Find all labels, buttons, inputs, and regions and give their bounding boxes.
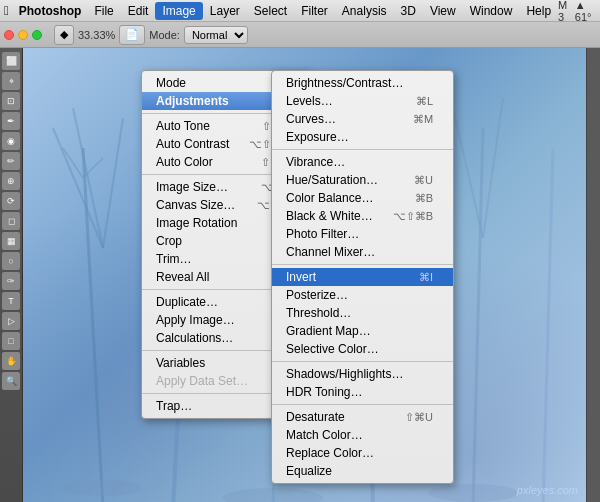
menu-invert[interactable]: Invert ⌘I	[272, 268, 453, 286]
mode-select[interactable]: Normal	[184, 26, 248, 44]
menu-replace-color[interactable]: Replace Color…	[272, 444, 453, 462]
menubar-right: M 3 ▲ 61°	[558, 0, 596, 23]
menubar-3d[interactable]: 3D	[394, 2, 423, 20]
menu-hdr-toning[interactable]: HDR Toning…	[272, 383, 453, 401]
tool-brush[interactable]: ✏	[2, 152, 20, 170]
svg-point-17	[63, 480, 143, 496]
tool-marquee[interactable]: ⬜	[2, 52, 20, 70]
menubar-window[interactable]: Window	[463, 2, 520, 20]
menubar-layer[interactable]: Layer	[203, 2, 247, 20]
angle-display: ▲ 61°	[575, 0, 596, 23]
canvas-area: pxleyes.com Mode ▶ Adjustments ▶ Auto To…	[23, 48, 586, 502]
tool-spot[interactable]: ◉	[2, 132, 20, 150]
svg-point-18	[223, 488, 323, 502]
right-panel	[586, 48, 600, 502]
svg-line-13	[473, 128, 483, 502]
left-toolbar: ⬜ ⌖ ⊡ ✒ ◉ ✏ ⊕ ⟳ ◻ ▦ ○ ✑ T ▷ □ ✋ 🔍	[0, 48, 23, 502]
menu-levels[interactable]: Levels… ⌘L	[272, 92, 453, 110]
zoom-label: 33.33%	[78, 29, 115, 41]
menu-color-balance[interactable]: Color Balance… ⌘B	[272, 189, 453, 207]
tool-crop[interactable]: ⊡	[2, 92, 20, 110]
tool-eraser[interactable]: ◻	[2, 212, 20, 230]
menubar-file[interactable]: File	[87, 2, 120, 20]
close-button[interactable]	[4, 30, 14, 40]
menu-gradient-map[interactable]: Gradient Map…	[272, 322, 453, 340]
svg-line-16	[543, 148, 553, 502]
tool-dodge[interactable]: ○	[2, 252, 20, 270]
menubar-analysis[interactable]: Analysis	[335, 2, 394, 20]
menubar-image[interactable]: Image	[155, 2, 202, 20]
adj-sep3	[272, 361, 453, 362]
menubar:  Photoshop File Edit Image Layer Select…	[0, 0, 600, 22]
toolbar-doc-btn[interactable]: 📄	[119, 25, 145, 45]
adj-sep2	[272, 264, 453, 265]
svg-line-1	[53, 128, 103, 248]
watermark: pxleyes.com	[517, 484, 578, 496]
menu-photo-filter[interactable]: Photo Filter…	[272, 225, 453, 243]
tool-gradient[interactable]: ▦	[2, 232, 20, 250]
tool-type[interactable]: T	[2, 292, 20, 310]
menubar-help[interactable]: Help	[519, 2, 558, 20]
menu-posterize[interactable]: Posterize…	[272, 286, 453, 304]
menu-curves[interactable]: Curves… ⌘M	[272, 110, 453, 128]
tool-clone[interactable]: ⊕	[2, 172, 20, 190]
menubar-view[interactable]: View	[423, 2, 463, 20]
tool-pen[interactable]: ✑	[2, 272, 20, 290]
menu-vibrance[interactable]: Vibrance…	[272, 153, 453, 171]
main-area: ⬜ ⌖ ⊡ ✒ ◉ ✏ ⊕ ⟳ ◻ ▦ ○ ✑ T ▷ □ ✋ 🔍	[0, 48, 600, 502]
menubar-filter[interactable]: Filter	[294, 2, 335, 20]
menu-brightness-contrast[interactable]: Brightness/Contrast…	[272, 74, 453, 92]
menu-shadows-highlights[interactable]: Shadows/Highlights…	[272, 365, 453, 383]
adj-sep1	[272, 149, 453, 150]
svg-point-19	[428, 484, 518, 502]
svg-line-14	[453, 108, 483, 238]
toolbar-options-btn[interactable]: ◆	[54, 25, 74, 45]
tool-eyedropper[interactable]: ✒	[2, 112, 20, 130]
svg-line-15	[483, 98, 503, 238]
apple-logo: 	[4, 3, 9, 18]
menubar-app[interactable]: Photoshop	[13, 4, 88, 18]
adj-sep4	[272, 404, 453, 405]
tool-history[interactable]: ⟳	[2, 192, 20, 210]
menubar-edit[interactable]: Edit	[121, 2, 156, 20]
menubar-select[interactable]: Select	[247, 2, 294, 20]
tool-shape[interactable]: □	[2, 332, 20, 350]
menu-desaturate[interactable]: Desaturate ⇧⌘U	[272, 408, 453, 426]
menu-black-white[interactable]: Black & White… ⌥⇧⌘B	[272, 207, 453, 225]
tool-zoom[interactable]: 🔍	[2, 372, 20, 390]
traffic-lights	[4, 30, 42, 40]
menu-match-color[interactable]: Match Color…	[272, 426, 453, 444]
menu-exposure[interactable]: Exposure…	[272, 128, 453, 146]
gmail-icon: M 3	[558, 0, 571, 23]
adjustments-dropdown[interactable]: Brightness/Contrast… Levels… ⌘L Curves… …	[271, 70, 454, 484]
menu-hue-saturation[interactable]: Hue/Saturation… ⌘U	[272, 171, 453, 189]
toolbar: ◆ 33.33% 📄 Mode: Normal	[0, 22, 600, 48]
tool-hand[interactable]: ✋	[2, 352, 20, 370]
tool-lasso[interactable]: ⌖	[2, 72, 20, 90]
svg-line-3	[103, 118, 123, 248]
menu-selective-color[interactable]: Selective Color…	[272, 340, 453, 358]
minimize-button[interactable]	[18, 30, 28, 40]
tool-path[interactable]: ▷	[2, 312, 20, 330]
menu-channel-mixer[interactable]: Channel Mixer…	[272, 243, 453, 261]
maximize-button[interactable]	[32, 30, 42, 40]
mode-label: Mode:	[149, 29, 180, 41]
menu-equalize[interactable]: Equalize	[272, 462, 453, 480]
menu-threshold[interactable]: Threshold…	[272, 304, 453, 322]
